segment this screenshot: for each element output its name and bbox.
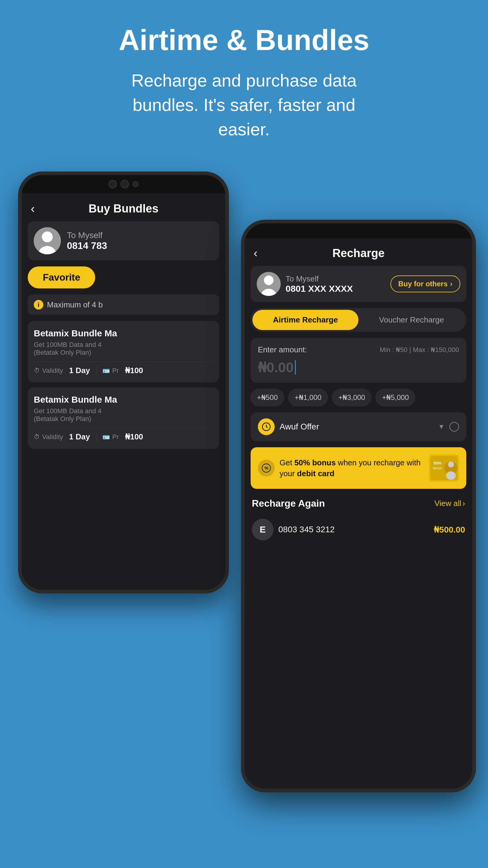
svg-point-1 <box>42 231 53 242</box>
camera-cluster <box>108 180 138 188</box>
camera-dot-3 <box>133 181 138 187</box>
quick-amounts-row: +₦500 +₦1,000 +₦3,000 +₦5,000 <box>251 389 466 406</box>
user-label-back: To Myself <box>67 230 107 240</box>
screen-title-back: Buy Bundles <box>89 202 158 215</box>
phone-back: ‹ Buy Bundles To Myself 0814 783 Favorit… <box>18 172 229 593</box>
info-icon: i <box>34 300 43 310</box>
user-card-back: To Myself 0814 783 <box>28 221 219 260</box>
back-arrow-icon-back[interactable]: ‹ <box>31 202 35 216</box>
clock-icon-2: ⏱ <box>34 433 40 440</box>
price-value-1: ₦100 <box>125 366 143 375</box>
history-amount-1: ₦500.00 <box>434 525 465 535</box>
screen-header-front: ‹ Recharge <box>245 239 472 266</box>
card-icon-2: 🪪 <box>102 433 110 441</box>
promo-text: Get 50% bonus when you recharge with you… <box>280 457 424 479</box>
tab-voucher-recharge[interactable]: Voucher Recharge <box>358 310 464 330</box>
hero-section: Airtime & Bundles Recharge and purchase … <box>0 0 488 159</box>
svg-text:50%: 50% <box>433 461 441 465</box>
camera-dot-2 <box>121 180 129 188</box>
svg-text:bonus: bonus <box>433 466 442 470</box>
avatar-front <box>257 272 281 296</box>
camera-dot-1 <box>108 180 117 188</box>
user-info-front: To Myself 0801 XXX XXXX <box>286 274 386 294</box>
chevron-right-icon: › <box>450 280 452 288</box>
price-label-1: Pr <box>112 367 119 375</box>
hero-subtitle: Recharge and purchase data bundles. It's… <box>108 68 380 142</box>
price-label-2: Pr <box>112 433 119 441</box>
price-value-2: ₦100 <box>125 432 143 441</box>
bundle-card-2[interactable]: Betamix Bundle Ma Get 100MB Data and 4 (… <box>28 387 219 449</box>
back-arrow-icon-front[interactable]: ‹ <box>254 247 258 260</box>
amount-label: Enter amount: <box>258 345 307 354</box>
favorite-button[interactable]: Favorite <box>28 267 95 288</box>
recharge-again-title: Recharge Again <box>252 498 325 509</box>
user-label-front: To Myself <box>286 274 386 284</box>
bundle-name-1: Betamix Bundle Ma <box>34 328 213 338</box>
offer-radio[interactable] <box>450 422 459 432</box>
bundle-desc-1: Get 100MB Data and 4 (Betatak Only Plan) <box>34 341 213 356</box>
offer-text: Awuf Offer <box>280 422 433 432</box>
promo-image: 50% bonus <box>429 455 459 482</box>
amount-label-row: Enter amount: Min : ₦50 | Max : ₦150,000 <box>258 345 459 354</box>
amount-limits: Min : ₦50 | Max : ₦150,000 <box>380 346 459 354</box>
bundle-card-1[interactable]: Betamix Bundle Ma Get 100MB Data and 4 (… <box>28 321 219 382</box>
amount-input[interactable]: ₦0.00 <box>258 359 459 375</box>
hero-title: Airtime & Bundles <box>12 24 476 56</box>
quick-amount-3000[interactable]: +₦3,000 <box>332 389 371 406</box>
info-bar: i Maximum of 4 b <box>28 294 219 315</box>
chevron-right-view-all-icon: › <box>462 499 465 508</box>
user-phone-back: 0814 783 <box>67 240 107 251</box>
clock-icon-1: ⏱ <box>34 367 40 374</box>
validity-label-1: Validity <box>42 367 63 375</box>
tab-airtime-recharge[interactable]: Airtime Recharge <box>253 310 358 330</box>
validity-value-2: 1 Day <box>69 432 90 441</box>
offer-icon <box>258 418 275 435</box>
history-info-1: 0803 345 3212 <box>278 525 429 534</box>
user-phone-front: 0801 XXX XXXX <box>286 284 386 294</box>
tabs-container: Airtime Recharge Voucher Recharge <box>251 308 466 332</box>
phone-front: ‹ Recharge To Myself 0801 XXX XXXX Buy f… <box>241 220 476 792</box>
phone-screen-back: ‹ Buy Bundles To Myself 0814 783 Favorit… <box>22 193 225 590</box>
history-item-1[interactable]: E 0803 345 3212 ₦500.00 <box>245 514 472 545</box>
phones-container: ‹ Buy Bundles To Myself 0814 783 Favorit… <box>0 172 488 835</box>
screen-title-front: Recharge <box>332 247 384 260</box>
info-text: Maximum of 4 b <box>47 300 103 310</box>
phone-screen-front: ‹ Recharge To Myself 0801 XXX XXXX Buy f… <box>245 239 472 789</box>
recharge-again-header: Recharge Again View all › <box>245 495 472 514</box>
dropdown-icon[interactable]: ▼ <box>438 423 445 431</box>
cursor-bar <box>295 360 296 375</box>
amount-section: Enter amount: Min : ₦50 | Max : ₦150,000… <box>251 338 466 383</box>
history-avatar-1: E <box>252 519 273 540</box>
history-phone-1: 0803 345 3212 <box>278 525 429 534</box>
bundle-desc-2: Get 100MB Data and 4 (Betatak Only Plan) <box>34 407 213 423</box>
user-card-front: To Myself 0801 XXX XXXX Buy for others › <box>251 266 466 302</box>
view-all-link[interactable]: View all › <box>434 499 465 508</box>
phone-notch-back <box>22 175 225 193</box>
svg-point-4 <box>264 276 273 285</box>
promo-icon: % <box>258 460 275 476</box>
buy-for-others-button[interactable]: Buy for others › <box>390 276 460 292</box>
avatar-back <box>34 227 61 254</box>
offer-row[interactable]: Awuf Offer ▼ <box>251 412 466 441</box>
screen-header-back: ‹ Buy Bundles <box>22 193 225 221</box>
svg-point-13 <box>448 461 454 467</box>
validity-label-2: Validity <box>42 433 63 441</box>
promo-banner[interactable]: % Get 50% bonus when you recharge with y… <box>251 447 466 489</box>
phone-notch-front <box>245 223 472 239</box>
quick-amount-5000[interactable]: +₦5,000 <box>376 389 415 406</box>
svg-point-14 <box>446 471 456 480</box>
quick-amount-1000[interactable]: +₦1,000 <box>288 389 328 406</box>
quick-amount-500[interactable]: +₦500 <box>251 389 284 406</box>
bundle-name-2: Betamix Bundle Ma <box>34 395 213 405</box>
svg-text:%: % <box>264 466 268 470</box>
card-icon-1: 🪪 <box>102 367 110 374</box>
validity-value-1: 1 Day <box>69 366 90 375</box>
